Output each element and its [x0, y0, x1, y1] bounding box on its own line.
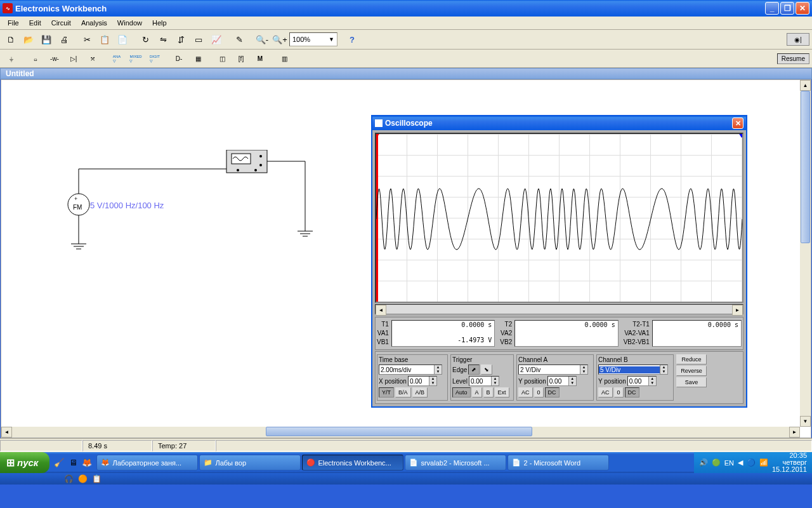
save-button-osc[interactable]: Save — [676, 377, 707, 387]
reduce-button[interactable]: Reduce — [676, 354, 707, 364]
trigger-a-button[interactable]: A — [472, 387, 482, 398]
properties-button[interactable]: ✎ — [231, 31, 247, 48]
task-button-1[interactable]: 📁Лабы вор — [199, 455, 301, 471]
chb-scale-input[interactable]: ▲▼ — [598, 364, 668, 375]
scroll-h-thumb[interactable] — [266, 427, 532, 436]
cha-zero-button[interactable]: 0 — [534, 387, 544, 398]
zoom-in-button[interactable]: 🔍+ — [272, 31, 288, 48]
yt-button[interactable]: Y/T — [379, 387, 394, 398]
ba-button[interactable]: B/A — [395, 387, 411, 398]
start-button[interactable]: пуск — [0, 452, 49, 473]
chb-ac-button[interactable]: AC — [598, 387, 613, 398]
scroll-down-button[interactable]: ▼ — [800, 416, 811, 427]
scroll-left-button[interactable]: ◄ — [376, 305, 386, 316]
instruments-bin[interactable]: M — [251, 51, 269, 66]
trigger-level-input[interactable]: ▲▼ — [469, 376, 499, 386]
sources-bin[interactable]: ⏚ — [3, 51, 20, 66]
tray-icon-3[interactable]: ◀ — [738, 458, 743, 467]
indicators-bin[interactable]: ▦ — [189, 51, 207, 66]
save-button[interactable]: 💾 — [38, 31, 55, 48]
chb-ypos-input[interactable]: ▲▼ — [627, 376, 657, 386]
subcircuit-button[interactable]: ▭ — [190, 31, 207, 48]
mixed-ics-bin[interactable]: ANA▽ — [108, 51, 126, 66]
misc-bin[interactable]: [f] — [232, 51, 250, 66]
cut-button[interactable]: ✂ — [79, 31, 95, 48]
flip-v-button[interactable]: ⇵ — [173, 31, 189, 48]
paste-button[interactable]: 📄 — [114, 31, 131, 48]
menu-help[interactable]: Help — [147, 18, 172, 28]
task-button-0[interactable]: 🦊Лабораторное заня... — [96, 455, 198, 471]
task-button-2[interactable]: 🔴Electronics Workbenc... — [302, 455, 403, 471]
trigger-b-button[interactable]: B — [483, 387, 494, 398]
tray-icon-4[interactable]: 🔵 — [747, 458, 756, 467]
menu-circuit[interactable]: Circuit — [46, 18, 76, 28]
analog-ics-bin[interactable]: ⤱ — [84, 51, 102, 66]
tray-icon-5[interactable]: 📶 — [759, 458, 768, 467]
canvas-scroll-h[interactable]: ◄ ► — [1, 427, 800, 438]
ql-icon-1[interactable]: 🧹 — [53, 457, 65, 469]
cha-scale-input[interactable]: ▲▼ — [518, 364, 588, 375]
basic-bin[interactable]: ⏛ — [27, 51, 44, 66]
ql-icon-3[interactable]: 🦊 — [81, 457, 93, 469]
tray-clock[interactable]: 20:35 четверг 15.12.2011 — [772, 452, 807, 473]
circuit-canvas[interactable]: + FM 5 V/1000 Hz/100 Hz Oscilloscope ✕ — [1, 79, 811, 438]
scroll-right-canvas-button[interactable]: ► — [789, 427, 800, 438]
timebase-input[interactable]: ▲▼ — [379, 364, 442, 375]
zoom-out-button[interactable]: 🔍- — [254, 31, 270, 48]
menu-analysis[interactable]: Analysis — [76, 18, 112, 28]
controls-bin[interactable]: ◫ — [213, 51, 231, 66]
oscilloscope-close-button[interactable]: ✕ — [732, 117, 743, 129]
diodes-bin[interactable]: -w- — [46, 51, 63, 66]
chb-dc-button[interactable]: DC — [625, 387, 639, 398]
custom-bin[interactable]: ▥ — [275, 51, 293, 66]
trigger-auto-button[interactable]: Auto — [452, 387, 471, 398]
close-button[interactable]: ✕ — [796, 2, 809, 15]
canvas-scroll-v[interactable]: ▲ ▼ — [800, 80, 811, 427]
minimize-button[interactable]: _ — [765, 2, 779, 15]
edge-rise-button[interactable]: ⬈ — [468, 364, 480, 375]
graph-button[interactable]: 📈 — [208, 31, 225, 48]
edge-fall-button[interactable]: ⬊ — [481, 364, 492, 375]
oscilloscope-titlebar[interactable]: Oscilloscope ✕ — [372, 116, 746, 130]
transistors-bin[interactable]: ▷| — [65, 51, 82, 66]
xposition-input[interactable]: ▲▼ — [408, 376, 437, 386]
copy-button[interactable]: 📋 — [96, 31, 113, 48]
menu-window[interactable]: Window — [112, 18, 147, 28]
ql-icon-2[interactable]: 🖥 — [67, 457, 79, 469]
scroll-up-button[interactable]: ▲ — [800, 80, 811, 91]
lang-indicator[interactable]: EN — [724, 459, 734, 467]
cha-ac-button[interactable]: AC — [518, 387, 533, 398]
task-button-4[interactable]: 📄2 - Microsoft Word — [508, 455, 609, 471]
menu-file[interactable]: File — [3, 18, 24, 28]
ql2-icon-2[interactable]: 🟠 — [77, 474, 88, 484]
cha-dc-button[interactable]: DC — [545, 387, 560, 398]
task-button-3[interactable]: 📄srvalab2 - Microsoft ... — [405, 455, 506, 471]
tray-icon-1[interactable]: 🔊 — [699, 458, 708, 467]
help-button[interactable]: ? — [344, 31, 360, 48]
digital-bin[interactable]: D- — [170, 51, 188, 66]
flip-h-button[interactable]: ⇋ — [155, 31, 171, 48]
reverse-button[interactable]: Reverse — [676, 366, 707, 376]
scroll-right-button[interactable]: ► — [732, 305, 743, 316]
scroll-v-thumb[interactable] — [801, 91, 810, 243]
oscilloscope-screen[interactable] — [375, 133, 743, 303]
menu-edit[interactable]: Edit — [24, 18, 46, 28]
new-button[interactable]: 🗋 — [3, 31, 19, 48]
resume-button[interactable]: Resume — [777, 53, 809, 64]
oscilloscope-scrollbar[interactable]: ◄ ► — [375, 304, 743, 314]
open-button[interactable]: 📂 — [20, 31, 37, 48]
rotate-button[interactable]: ↻ — [137, 31, 154, 48]
system-tray[interactable]: 🔊 🟢 EN ◀ 🔵 📶 20:35 четверг 15.12.2011 — [694, 452, 812, 473]
maximize-button[interactable]: ❐ — [780, 2, 794, 15]
scroll-left-canvas-button[interactable]: ◄ — [1, 427, 12, 438]
tray-icon-2[interactable]: 🟢 — [712, 458, 721, 467]
simulate-switch[interactable]: ◉| — [787, 33, 809, 46]
chb-zero-button[interactable]: 0 — [614, 387, 624, 398]
logic-gates-bin[interactable]: DIGIT▽ — [146, 51, 164, 66]
ab-button[interactable]: A/B — [412, 387, 428, 398]
digital-ics-bin[interactable]: MIXED▽ — [127, 51, 145, 66]
cha-ypos-input[interactable]: ▲▼ — [547, 376, 577, 386]
zoom-select[interactable]: 100%▼ — [289, 32, 337, 46]
ql2-icon-1[interactable]: 🎧 — [63, 474, 74, 484]
trigger-ext-button[interactable]: Ext — [495, 387, 509, 398]
